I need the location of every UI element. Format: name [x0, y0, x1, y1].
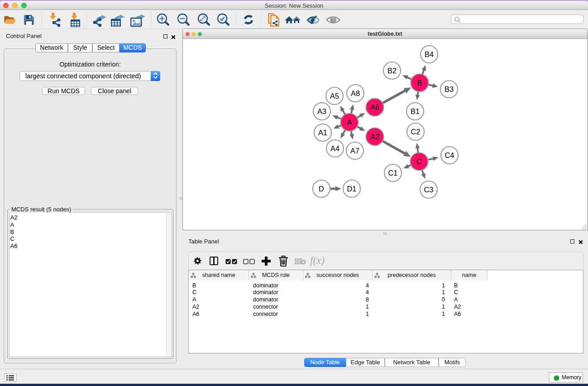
- svg-text:A7: A7: [350, 147, 359, 155]
- svg-text:B3: B3: [445, 85, 454, 93]
- svg-text:C1: C1: [388, 169, 398, 177]
- svg-text:B1: B1: [411, 107, 420, 115]
- svg-text:C2: C2: [411, 128, 421, 136]
- svg-text:A6: A6: [370, 103, 379, 111]
- svg-text:B4: B4: [425, 50, 434, 58]
- svg-text:B: B: [417, 79, 422, 87]
- svg-text:A8: A8: [351, 89, 360, 97]
- svg-text:C: C: [416, 157, 422, 166]
- svg-text:D1: D1: [347, 185, 357, 193]
- svg-text:C4: C4: [445, 151, 454, 159]
- svg-text:A4: A4: [330, 144, 339, 152]
- svg-text:C3: C3: [424, 186, 434, 194]
- svg-text:A1: A1: [318, 129, 327, 137]
- svg-text:B2: B2: [387, 67, 397, 75]
- svg-text:D: D: [319, 185, 324, 193]
- svg-text:A5: A5: [330, 92, 339, 100]
- svg-text:A3: A3: [317, 107, 326, 115]
- svg-text:A: A: [347, 118, 352, 126]
- svg-text:A2: A2: [370, 133, 379, 141]
